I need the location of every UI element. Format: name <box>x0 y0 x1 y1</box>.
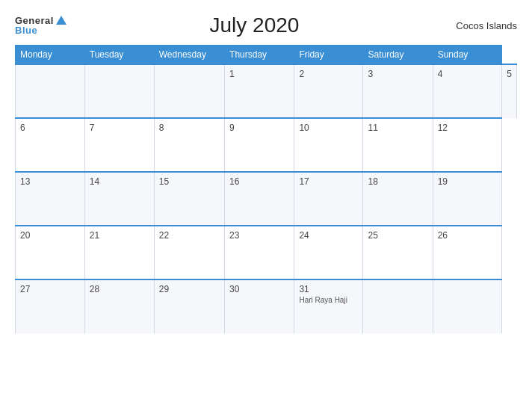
day-cell: 30 <box>225 279 294 333</box>
day-number: 21 <box>90 230 149 241</box>
day-cell: 21 <box>84 226 154 279</box>
day-number: 13 <box>20 176 80 187</box>
day-number: 30 <box>229 284 289 294</box>
day-number: 7 <box>90 123 149 133</box>
day-number: 25 <box>368 230 427 241</box>
day-number: 28 <box>90 284 149 294</box>
day-cell: 18 <box>363 172 433 226</box>
header: General Blue July 2020 Cocos Islands <box>15 13 517 37</box>
day-cell: 28 <box>84 279 154 333</box>
day-cell: 3 <box>363 64 433 118</box>
day-number: 5 <box>507 69 512 79</box>
days-header-row: MondayTuesdayWednesdayThursdayFridaySatu… <box>16 46 517 65</box>
day-number: 26 <box>438 230 498 241</box>
day-cell: 31Hari Raya Haji <box>294 279 363 333</box>
country-label: Cocos Islands <box>442 20 517 31</box>
day-cell: 5 <box>502 64 517 118</box>
day-cell: 17 <box>294 172 363 226</box>
day-number: 4 <box>438 69 498 79</box>
day-cell: 8 <box>154 118 224 172</box>
day-number: 3 <box>368 69 427 79</box>
day-cell: 10 <box>294 118 363 172</box>
day-header-sunday: Sunday <box>433 46 502 65</box>
day-cell: 26 <box>433 226 502 279</box>
day-header-saturday: Saturday <box>363 46 433 65</box>
day-number: 17 <box>299 176 358 187</box>
day-cell: 9 <box>225 118 294 172</box>
day-number: 6 <box>20 123 80 133</box>
day-number: 19 <box>438 176 498 187</box>
calendar-page: General Blue July 2020 Cocos Islands Mon… <box>0 0 532 411</box>
day-number: 18 <box>368 176 427 187</box>
day-cell: 13 <box>16 172 85 226</box>
day-cell: 16 <box>225 172 294 226</box>
day-header-tuesday: Tuesday <box>84 46 154 65</box>
calendar-header: MondayTuesdayWednesdayThursdayFridaySatu… <box>16 46 517 65</box>
day-number: 22 <box>159 230 220 241</box>
day-number: 12 <box>438 123 498 133</box>
week-row-3: 20212223242526 <box>16 226 517 279</box>
day-cell: 7 <box>84 118 154 172</box>
logo-triangle-icon <box>56 16 66 25</box>
day-cell: 20 <box>16 226 85 279</box>
day-cell: 29 <box>154 279 224 333</box>
day-cell: 14 <box>84 172 154 226</box>
day-number: 1 <box>229 69 289 79</box>
day-cell: 15 <box>154 172 224 226</box>
day-number: 20 <box>20 230 80 241</box>
day-cell <box>154 64 224 118</box>
day-cell <box>16 64 85 118</box>
day-event: Hari Raya Haji <box>299 296 358 304</box>
day-number: 8 <box>159 123 220 133</box>
logo: General Blue <box>15 16 66 35</box>
day-cell <box>84 64 154 118</box>
week-row-1: 6789101112 <box>16 118 517 172</box>
day-number: 15 <box>159 176 220 187</box>
day-cell: 24 <box>294 226 363 279</box>
month-title: July 2020 <box>66 13 442 37</box>
day-header-friday: Friday <box>294 46 363 65</box>
day-cell: 1 <box>225 64 294 118</box>
day-cell: 4 <box>433 64 502 118</box>
day-number: 27 <box>20 284 80 294</box>
day-header-thursday: Thursday <box>225 46 294 65</box>
calendar-table: MondayTuesdayWednesdayThursdayFridaySatu… <box>15 45 517 333</box>
day-number: 23 <box>229 230 289 241</box>
week-row-0: 12345 <box>16 64 517 118</box>
day-number: 10 <box>299 123 358 133</box>
day-cell <box>363 279 433 333</box>
week-row-2: 13141516171819 <box>16 172 517 226</box>
day-number: 2 <box>299 69 358 79</box>
day-cell: 12 <box>433 118 502 172</box>
day-cell: 2 <box>294 64 363 118</box>
day-number: 24 <box>299 230 358 241</box>
day-cell: 22 <box>154 226 224 279</box>
day-number: 11 <box>368 123 427 133</box>
day-cell: 23 <box>225 226 294 279</box>
day-number: 31 <box>299 284 358 294</box>
day-cell: 6 <box>16 118 85 172</box>
day-cell: 11 <box>363 118 433 172</box>
day-cell <box>433 279 502 333</box>
day-header-wednesday: Wednesday <box>154 46 224 65</box>
day-number: 14 <box>90 176 149 187</box>
day-cell: 19 <box>433 172 502 226</box>
day-header-monday: Monday <box>16 46 85 65</box>
day-number: 9 <box>229 123 289 133</box>
week-row-4: 2728293031Hari Raya Haji <box>16 279 517 333</box>
day-cell: 27 <box>16 279 85 333</box>
logo-blue-text: Blue <box>15 25 66 35</box>
day-cell: 25 <box>363 226 433 279</box>
calendar-body: 1234567891011121314151617181920212223242… <box>16 64 517 333</box>
day-number: 29 <box>159 284 220 294</box>
day-number: 16 <box>229 176 289 187</box>
